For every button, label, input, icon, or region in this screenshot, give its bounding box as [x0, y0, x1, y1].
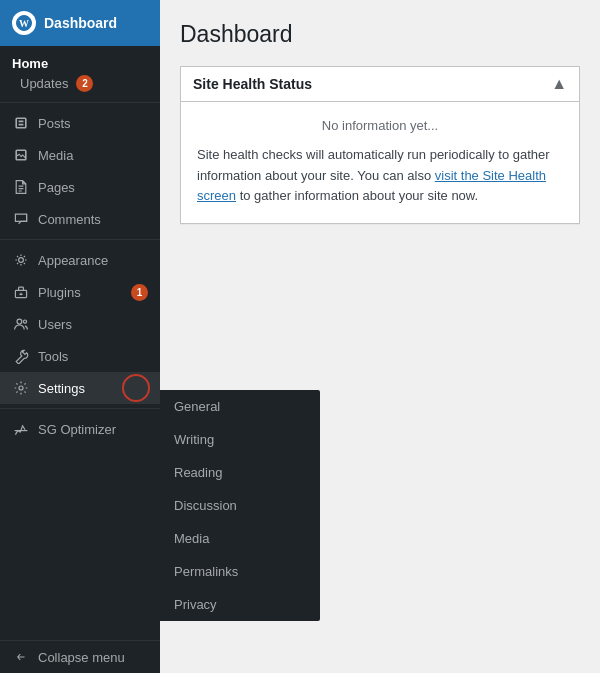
home-label: Home — [12, 56, 48, 71]
plugins-label: Plugins — [38, 285, 123, 300]
sidebar-item-updates[interactable]: Updates 2 — [0, 73, 160, 98]
submenu-item-permalinks[interactable]: Permalinks — [160, 555, 320, 588]
sidebar-item-tools[interactable]: Tools — [0, 340, 160, 372]
svg-text:W: W — [19, 18, 29, 29]
widget-body: No information yet... Site health checks… — [181, 102, 579, 223]
posts-label: Posts — [38, 116, 148, 131]
svg-point-4 — [17, 319, 22, 324]
submenu-item-writing[interactable]: Writing — [160, 423, 320, 456]
sidebar: W Dashboard Home Updates 2 Posts Media P… — [0, 0, 160, 673]
sidebar-item-appearance[interactable]: Appearance — [0, 244, 160, 276]
sidebar-divider-1 — [0, 102, 160, 103]
svg-point-6 — [19, 386, 23, 390]
tools-label: Tools — [38, 349, 148, 364]
media-icon — [12, 146, 30, 164]
plugins-icon — [12, 283, 30, 301]
posts-icon — [12, 114, 30, 132]
sidebar-header[interactable]: W Dashboard — [0, 0, 160, 46]
settings-icon — [12, 379, 30, 397]
plugins-badge: 1 — [131, 284, 148, 301]
media-label: Media — [38, 148, 148, 163]
tools-icon — [12, 347, 30, 365]
settings-submenu: General Writing Reading Discussion Media… — [160, 390, 320, 621]
sidebar-item-sg-optimizer[interactable]: SG Optimizer — [0, 413, 160, 445]
sidebar-item-home[interactable]: Home — [0, 46, 160, 73]
sidebar-item-posts[interactable]: Posts — [0, 107, 160, 139]
widget-title: Site Health Status — [193, 76, 312, 92]
widget-no-info: No information yet... — [197, 118, 563, 133]
users-icon — [12, 315, 30, 333]
updates-label: Updates — [20, 76, 68, 91]
sidebar-divider-2 — [0, 239, 160, 240]
widget-toggle-button[interactable]: ▲ — [551, 75, 567, 93]
users-label: Users — [38, 317, 148, 332]
widget-desc-part2: to gather information about your site no… — [236, 188, 478, 203]
appearance-icon — [12, 251, 30, 269]
sidebar-item-plugins[interactable]: Plugins 1 — [0, 276, 160, 308]
collapse-icon — [12, 648, 30, 666]
updates-badge: 2 — [76, 75, 93, 92]
comments-icon — [12, 210, 30, 228]
sidebar-item-collapse[interactable]: Collapse menu — [0, 640, 160, 673]
sidebar-item-pages[interactable]: Pages — [0, 171, 160, 203]
sidebar-item-users[interactable]: Users — [0, 308, 160, 340]
collapse-label: Collapse menu — [38, 650, 148, 665]
page-title: Dashboard — [180, 20, 580, 50]
pages-label: Pages — [38, 180, 148, 195]
sidebar-item-comments[interactable]: Comments — [0, 203, 160, 235]
submenu-item-reading[interactable]: Reading — [160, 456, 320, 489]
sidebar-divider-3 — [0, 408, 160, 409]
appearance-label: Appearance — [38, 253, 148, 268]
svg-point-2 — [19, 258, 24, 263]
sidebar-item-settings[interactable]: Settings — [0, 372, 160, 404]
submenu-item-discussion[interactable]: Discussion — [160, 489, 320, 522]
widget-header: Site Health Status ▲ — [181, 67, 579, 102]
widget-description: Site health checks will automatically ru… — [197, 145, 563, 207]
comments-label: Comments — [38, 212, 148, 227]
submenu-item-privacy[interactable]: Privacy — [160, 588, 320, 621]
submenu-item-media[interactable]: Media — [160, 522, 320, 555]
sg-optimizer-icon — [12, 420, 30, 438]
submenu-item-general[interactable]: General — [160, 390, 320, 423]
svg-point-5 — [23, 320, 26, 323]
pages-icon — [12, 178, 30, 196]
site-health-widget: Site Health Status ▲ No information yet.… — [180, 66, 580, 224]
settings-label: Settings — [38, 381, 148, 396]
sidebar-item-media[interactable]: Media — [0, 139, 160, 171]
sidebar-dashboard-label: Dashboard — [44, 15, 117, 31]
sg-optimizer-label: SG Optimizer — [38, 422, 148, 437]
wordpress-icon: W — [12, 11, 36, 35]
